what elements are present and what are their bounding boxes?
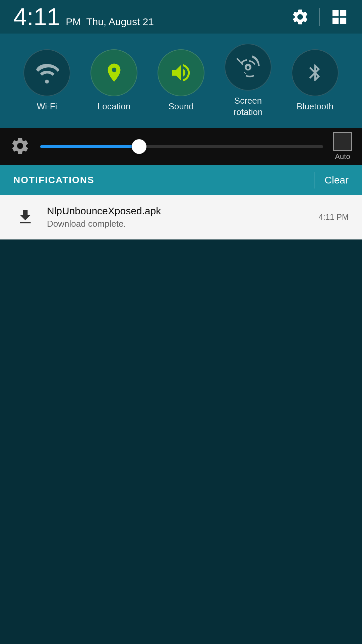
notification-time: 4:11 PM (319, 212, 349, 222)
notifications-header: NOTIFICATIONS Clear (0, 165, 362, 195)
qs-wifi-label: Wi-Fi (37, 101, 57, 112)
qs-wifi[interactable]: Wi-Fi (23, 49, 70, 112)
qs-bluetooth[interactable]: Bluetooth (292, 49, 339, 112)
qs-bluetooth-label: Bluetooth (297, 101, 334, 112)
status-bar: 4:11 PM Thu, August 21 (0, 0, 362, 34)
screen-rotation-icon (236, 55, 260, 79)
qs-rotation-circle (225, 44, 272, 91)
qs-location-circle (90, 49, 137, 96)
qs-sound-label: Sound (168, 101, 193, 112)
brightness-slider[interactable] (40, 145, 323, 148)
brightness-fill (40, 145, 139, 148)
qs-rotation-label: Screenrotation (234, 95, 263, 118)
notifications-title: NOTIFICATIONS (13, 175, 304, 185)
qs-wifi-circle (23, 49, 70, 96)
svg-rect-3 (340, 17, 346, 23)
status-bar-right (291, 8, 349, 26)
notification-content: NlpUnbounceXposed.apk Download complete. (47, 205, 309, 229)
empty-background (0, 239, 362, 644)
bluetooth-icon (305, 61, 325, 85)
clock-ampm: PM (66, 16, 81, 28)
qs-screen-rotation[interactable]: Screenrotation (225, 44, 272, 118)
brightness-auto: Auto (333, 132, 352, 161)
auto-label: Auto (335, 152, 350, 161)
clear-button[interactable]: Clear (324, 174, 349, 186)
wifi-icon (35, 61, 59, 85)
grid-icon[interactable] (330, 8, 349, 26)
download-icon (13, 205, 37, 229)
qs-location[interactable]: Location (90, 49, 137, 112)
svg-rect-1 (340, 10, 346, 16)
svg-rect-0 (333, 10, 339, 16)
clock-time: 4:11 (13, 5, 60, 29)
notif-header-divider (314, 172, 314, 189)
location-icon (103, 62, 125, 84)
notification-subtitle: Download complete. (47, 219, 309, 229)
qs-bluetooth-circle (292, 49, 339, 96)
notification-item[interactable]: NlpUnbounceXposed.apk Download complete.… (0, 195, 362, 239)
svg-point-4 (45, 79, 49, 84)
brightness-settings-icon[interactable] (10, 136, 30, 157)
qs-sound[interactable]: Sound (158, 49, 204, 112)
status-date: Thu, August 21 (86, 16, 154, 28)
qs-sound-circle (158, 49, 204, 96)
svg-rect-2 (333, 17, 339, 23)
brightness-row: Auto (0, 128, 362, 165)
status-divider (319, 8, 320, 26)
qs-location-label: Location (98, 101, 130, 112)
notification-title: NlpUnbounceXposed.apk (47, 205, 309, 217)
status-bar-left: 4:11 PM Thu, August 21 (13, 5, 154, 29)
brightness-thumb (132, 139, 146, 154)
settings-icon[interactable] (291, 8, 309, 26)
auto-checkbox[interactable] (333, 132, 352, 151)
sound-icon (169, 61, 193, 85)
quick-settings-panel: Wi-Fi Location Sound Screenrotation (0, 34, 362, 128)
